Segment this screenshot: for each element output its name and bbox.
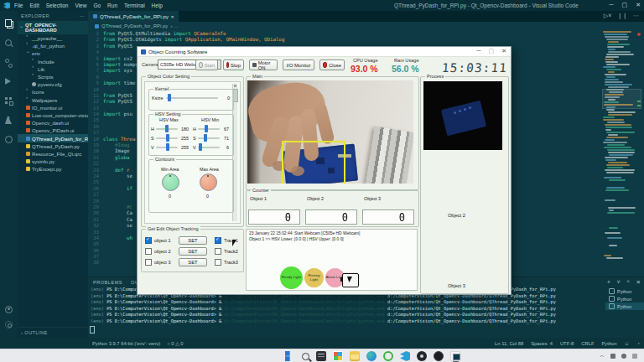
- run-debug-icon[interactable]: [0, 75, 18, 88]
- hsv-min-slider[interactable]: [198, 125, 220, 132]
- settings-gear-icon[interactable]: [0, 318, 18, 331]
- notifications-bell-icon[interactable]: ◔: [636, 341, 640, 346]
- explorer-item[interactable]: Scripts: [18, 73, 88, 80]
- menu-item[interactable]: Edit: [29, 3, 39, 8]
- account-icon[interactable]: [0, 303, 18, 316]
- explorer-item[interactable]: env: [18, 49, 88, 57]
- menu-item[interactable]: Run: [107, 3, 117, 8]
- menu-item[interactable]: Selection: [46, 3, 69, 8]
- extensions-icon[interactable]: [0, 95, 18, 107]
- tray-icon[interactable]: [621, 354, 626, 359]
- source-control-icon[interactable]: [0, 56, 18, 69]
- terminal-dropdown-icon[interactable]: ˅: [617, 279, 621, 286]
- dialog-close-button[interactable]: ✕: [501, 48, 506, 54]
- problems-status[interactable]: ○ 0 △ 0: [167, 341, 183, 346]
- explorer-item[interactable]: QThread_PyDash.py: [18, 142, 88, 150]
- hsv-min-slider[interactable]: [198, 134, 220, 142]
- python-interpreter[interactable]: Python 3.9.7 64-bit ('env': venv): [92, 341, 160, 346]
- explorer-item[interactable]: Icons: [18, 88, 88, 96]
- menu-item[interactable]: File: [14, 3, 23, 8]
- explorer-item[interactable]: IO_monitor.ui: [18, 104, 88, 111]
- search-icon[interactable]: [0, 37, 18, 49]
- menu-item[interactable]: View: [75, 3, 86, 8]
- split-editor-icon[interactable]: ❘❘: [617, 13, 627, 19]
- maximize-button[interactable]: ▢: [622, 2, 628, 8]
- breadcrumb[interactable]: QThread_PyDash_for_RPi.py › …: [88, 22, 644, 30]
- vscode-app[interactable]: [400, 351, 410, 361]
- explorer-item[interactable]: Low-cost_computer-vision.ui: [18, 111, 88, 119]
- outline-section[interactable]: › OUTLINE: [18, 327, 95, 338]
- min-area-knob[interactable]: [162, 173, 179, 191]
- minimap-viewport[interactable]: [602, 89, 641, 109]
- dialog-minimize-button[interactable]: ─: [477, 48, 481, 54]
- explorer-item[interactable]: QThread_PyDash_for_RPi.py: [18, 134, 88, 142]
- hsv-max-slider[interactable]: [156, 143, 178, 151]
- tray-icon[interactable]: [610, 354, 615, 359]
- explorer-item[interactable]: Opencv_PiDash.ui: [18, 127, 88, 134]
- object-checkbox[interactable]: [145, 259, 152, 266]
- remote-icon[interactable]: [0, 133, 18, 146]
- hsv-min-slider[interactable]: [198, 143, 220, 151]
- object-checkbox[interactable]: [145, 248, 152, 255]
- close-app-button[interactable]: Close: [319, 59, 345, 70]
- explorer-root-folder[interactable]: QT_OPENCV-DASHBOARD: [18, 21, 88, 34]
- explorer-item[interactable]: Lib: [18, 65, 88, 73]
- start-button[interactable]: Start: [195, 59, 218, 70]
- terminal-instance[interactable]: Python: [605, 303, 644, 310]
- search-button[interactable]: [302, 353, 309, 360]
- language-mode[interactable]: Python: [602, 341, 617, 346]
- minimize-button[interactable]: ─: [610, 2, 614, 8]
- panel-tab[interactable]: PROBLEMS: [93, 280, 122, 285]
- io-monitor-button[interactable]: I/O Monitor: [283, 59, 314, 70]
- edge-browser[interactable]: [366, 351, 377, 361]
- explorer-item[interactable]: pyvenv.cfg: [18, 80, 88, 88]
- start-button[interactable]: [285, 351, 295, 361]
- editor-more-icon[interactable]: ⋯: [633, 13, 639, 19]
- dialog-maximize-button[interactable]: ▢: [489, 48, 495, 54]
- hsv-max-slider[interactable]: [156, 134, 178, 142]
- minimap[interactable]: [602, 29, 640, 277]
- explorer-more-icon[interactable]: ⋯: [80, 13, 85, 18]
- set-button[interactable]: SET: [179, 236, 207, 245]
- explorer-item[interactable]: Resource_File_Qt.qrc: [18, 150, 88, 158]
- explorer-item[interactable]: __pycache__: [18, 34, 88, 42]
- testing-icon[interactable]: [0, 114, 18, 127]
- file-explorer[interactable]: [350, 351, 360, 361]
- explorer-item[interactable]: .qt_for_python: [18, 42, 88, 49]
- eol-sequence[interactable]: CRLF: [581, 341, 594, 346]
- panel-maximize-icon[interactable]: ^: [626, 279, 629, 286]
- tray-chevron-icon[interactable]: ︿: [600, 352, 605, 359]
- tray-icon[interactable]: [632, 354, 637, 359]
- terminal-instance[interactable]: Python: [605, 287, 644, 295]
- close-button[interactable]: ✕: [636, 2, 641, 8]
- tab-close-icon[interactable]: ×: [171, 13, 174, 19]
- explorer-item[interactable]: Opencv_dash.ui: [18, 119, 88, 127]
- explorer-icon[interactable]: [0, 18, 18, 30]
- explorer-item[interactable]: Wallpapers: [18, 96, 88, 104]
- track-checkbox[interactable]: [215, 237, 221, 244]
- photos-app[interactable]: [333, 351, 343, 361]
- system-tray[interactable]: ︿: [600, 352, 637, 359]
- explorer-item[interactable]: sysinfo.py: [18, 158, 88, 165]
- active-qt-app[interactable]: [450, 351, 460, 361]
- hsv-max-slider[interactable]: [156, 125, 178, 132]
- set-button[interactable]: SET: [179, 247, 207, 256]
- tab-active-file[interactable]: QThread_PyDash_for_RPi.py ×: [88, 11, 179, 22]
- max-area-knob[interactable]: [200, 173, 217, 191]
- explorer-item[interactable]: TryExcept.py: [18, 165, 88, 173]
- stop-button[interactable]: Stop: [223, 59, 244, 70]
- indentation[interactable]: Spaces: 4: [531, 341, 553, 346]
- cursor-position[interactable]: Ln 11, Col 88: [495, 341, 523, 346]
- dialog-titlebar[interactable]: Object Counting Software ─ ▢ ✕: [138, 47, 511, 57]
- panel-close-icon[interactable]: ✕: [636, 279, 641, 286]
- encoding[interactable]: UTF-8: [560, 341, 574, 346]
- object-checkbox[interactable]: [145, 237, 152, 244]
- track-checkbox[interactable]: [215, 248, 221, 255]
- feedback-icon[interactable]: ☺: [625, 341, 630, 346]
- green-ring-app[interactable]: [383, 351, 393, 361]
- menu-item[interactable]: Go: [93, 3, 101, 8]
- dark-circle-app-1[interactable]: [417, 351, 427, 361]
- ksize-slider[interactable]: [166, 94, 218, 101]
- menu-item[interactable]: Help: [152, 3, 163, 8]
- set-button[interactable]: SET: [179, 258, 207, 266]
